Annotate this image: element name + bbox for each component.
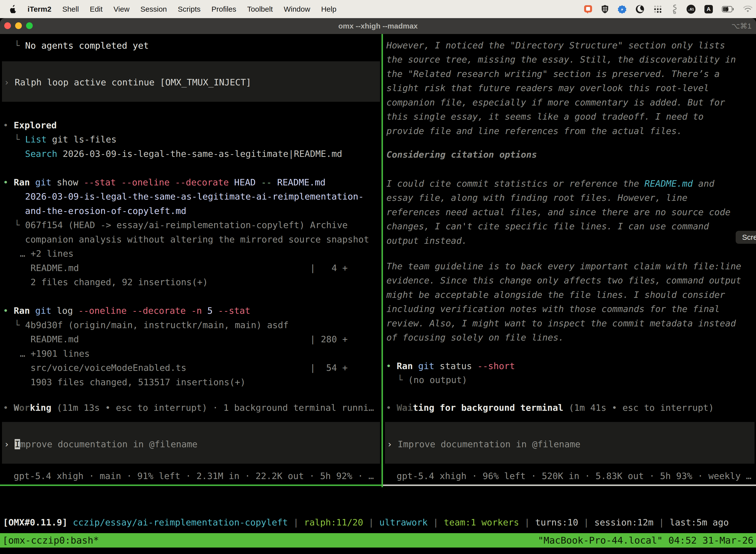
term-line: • Explored [3,120,57,131]
screen-tooltip: Scre [736,231,756,244]
menu-item-scripts[interactable]: Scripts [178,5,201,13]
menu-item-toolbelt[interactable]: Toolbelt [247,5,273,13]
window-titlebar: omx --xhigh --madmax ⌥⌘1 [0,18,756,34]
term-line: changes, I can't cite specific file line… [386,221,709,232]
right-pane[interactable]: However, I noticed the "Directory Struct… [383,34,756,485]
term-line: I could cite commit statistics or refere… [386,178,714,189]
term-line: essay file, along with finding root file… [386,192,688,204]
term-line: The team guideline is to back every impo… [386,261,741,272]
term-line: • Ran git log --oneline --decorate -n 5 … [3,305,250,317]
window-shortcut-hint: ⌥⌘1 [732,18,752,34]
tmux-session-label: [omx-cczip0:bash* [2,535,99,546]
dots-grid-icon[interactable] [653,5,662,14]
term-line: 2026-03-09-is-legal-the-same-as-legitima… [25,191,364,202]
menu-item-session[interactable]: Session [140,5,167,13]
session-stats: gpt-5.4 xhigh · 96% left · 520K in · 5.8… [397,470,751,482]
session-stats: gpt-5.4 xhigh · main · 91% left · 2.31M … [14,470,374,482]
left-pane[interactable]: └ No agents completed yet› Ralph loop ac… [0,34,381,485]
battery-charging-icon[interactable] [722,6,734,12]
term-line: review. Also, I might want to inspect th… [386,318,736,329]
term-line: README.md | 4 + [30,262,348,274]
menu-item-profiles[interactable]: Profiles [211,5,236,13]
term-line: └ No agents completed yet [14,40,149,51]
tmux-status-bar: [omx-cczip0:bash* "MacBook-Pro-44.local"… [0,533,756,548]
prompt-text-bottom: › Improve documentation in @filename [4,439,197,450]
wifi-icon[interactable] [743,6,753,13]
menu-item-iterm2[interactable]: iTerm2 [27,5,51,13]
menu-item-edit[interactable]: Edit [90,5,103,13]
keypad-shield-icon[interactable] [601,5,609,14]
badge-61-icon[interactable]: ..61 [687,5,695,14]
term-line: 1903 files changed, 513517 insertions(+) [30,377,246,388]
term-line: src/voice/voiceModeEnabled.ts | 54 + [30,362,348,374]
term-line: However, I noticed the "Directory Struct… [386,40,725,51]
menu-item-shell[interactable]: Shell [62,5,79,13]
term-line: references need actual files, and since … [386,207,731,218]
term-line: this single essay, it seems like a good … [386,111,704,122]
term-line: evidence. Since this change only affects… [386,275,741,286]
term-line: the "Related research writing" section i… [386,68,720,80]
term-line: Search 2026-03-09-is-legal-the-same-as-l… [25,148,342,160]
menu-item-help[interactable]: Help [321,5,336,13]
menu-bar-status-icons: ..61 A [584,0,753,18]
chat-bubble-icon[interactable] [584,5,592,14]
term-line: companion file, especially if more comme… [386,97,725,108]
term-line: • Ran git status --short [386,361,515,372]
window-title: omx --xhigh --madmax [0,18,756,34]
blue-badge-icon[interactable] [618,5,627,14]
term-line: └ List git ls-files [14,134,117,145]
term-line: the source tree, missing the essay. Stil… [386,54,736,65]
prompt-text-bottom: › Improve documentation in @filename [387,439,580,450]
right-pane-bottom-border [383,485,756,486]
term-line: 2 files changed, 92 insertions(+) [30,277,208,288]
left-pane-bottom-border [0,485,381,486]
term-line: └ 4b9d30f (origin/main, instructkr/main,… [14,320,289,331]
input-source-icon[interactable]: A [704,5,713,13]
squiggle-icon[interactable] [671,4,678,14]
term-line: … +1901 lines [20,348,90,359]
term-line: • Working (11m 13s • esc to interrupt) ·… [3,402,374,413]
crescent-icon[interactable] [635,5,644,14]
term-line: README.md | 280 + [30,334,348,345]
apple-menu-icon[interactable] [10,5,17,13]
right-pane-lines: However, I noticed the "Directory Struct… [383,34,756,485]
screen-tooltip-label: Scre [742,233,756,241]
menu-item-view[interactable]: View [114,5,129,13]
term-line: └ 067f154 (HEAD -> essay/ai-reimplementa… [14,219,348,231]
term-line: • Waiting for background terminal (1m 41… [386,402,714,413]
omx-status-line: [OMX#0.11.9] cczip/essay/ai-reimplementa… [3,517,729,528]
omx-status-bar: [OMX#0.11.9] cczip/essay/ai-reimplementa… [3,494,24,540]
term-line: … +2 lines [20,248,74,259]
term-line: └ (no output) [397,374,467,386]
left-pane-lines: └ No agents completed yet› Ralph loop ac… [0,34,381,485]
term-line: slight risk that future readers may over… [386,82,709,94]
iterm2-window: omx --xhigh --madmax ⌥⌘1 └ No agents com… [0,18,756,554]
menu-bar: iTerm2 Shell Edit View Session Scripts P… [0,0,756,18]
tmux-host-clock: "MacBook-Pro-44.local" 04:52 31-Mar-26 [538,535,754,546]
term-line: including verification notes with those … [386,303,720,315]
menu-item-window[interactable]: Window [284,5,310,13]
prompt-text-top: › Ralph loop active continue [OMX_TMUX_I… [4,77,251,88]
term-line: output instead. [386,235,467,246]
term-line: and-the-erosion-of-copyleft.md [25,205,186,217]
thinking-heading: Considering citation options [386,149,537,160]
term-line: companion analysis without altering the … [25,234,369,245]
term-line: of focusing solely on file lines. [386,332,564,343]
term-line: might be acceptable alongside the file l… [386,289,725,300]
term-line: • Ran git show --stat --oneline --decora… [3,177,326,188]
term-line: provide file and line references from th… [386,125,682,137]
